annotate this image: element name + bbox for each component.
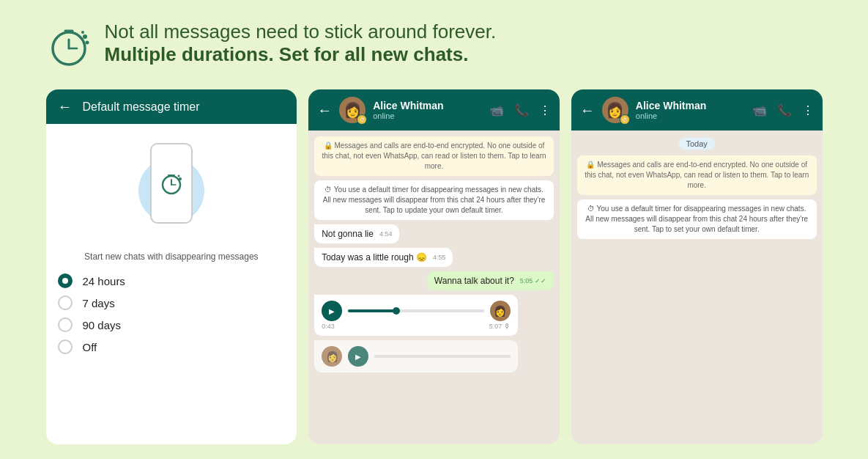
play-btn-2[interactable]: ▶ xyxy=(348,346,368,367)
chat2-header-icons: 📹 📞 ⋮ xyxy=(752,103,814,117)
svg-point-3 xyxy=(81,31,84,34)
timer-icon xyxy=(46,23,92,69)
msg-row-2: Today was a little rough 😞 4:55 xyxy=(314,248,554,267)
chat1-more-icon[interactable]: ⋮ xyxy=(539,103,551,117)
chat1-timer-icon-msg: ⏱ xyxy=(324,186,332,194)
chat2-back-icon[interactable]: ← xyxy=(580,102,595,119)
msg-row-3: Wanna talk about it? 5:05 ✓✓ xyxy=(314,271,554,290)
audio-bubble-2: 👩 ▶ xyxy=(314,340,518,372)
msg-bubble-2: Today was a little rough 😞 4:55 xyxy=(314,248,453,267)
timer-subtitle: Start new chats with disappearing messag… xyxy=(84,251,258,262)
audio-dot xyxy=(393,307,400,315)
chat2-system-lock: 🔒 xyxy=(586,161,595,169)
option-90days-label: 90 days xyxy=(83,319,122,331)
option-24hours-label: 24 hours xyxy=(83,275,125,287)
chat2-timer-text: You use a default timer for disappearing… xyxy=(585,205,808,233)
audio-avatar-2: 👩 xyxy=(322,346,342,367)
option-off-label: Off xyxy=(83,341,97,353)
chat1-back-icon[interactable]: ← xyxy=(317,102,332,119)
audio-timestamp-1: 5:07 🎙 xyxy=(489,323,511,330)
chat1-timer-badge: ⏱ xyxy=(357,114,367,125)
audio-inner-2: 👩 ▶ xyxy=(322,346,511,367)
back-arrow-icon[interactable]: ← xyxy=(58,98,73,115)
chat1-system-msg: 🔒 Messages and calls are end-to-end encr… xyxy=(314,136,554,176)
option-7days-label: 7 days xyxy=(83,297,115,309)
today-badge: Today xyxy=(679,138,715,150)
audio-msg-row-1: ▶ 👩 0:43 5:07 🎙 xyxy=(314,295,554,336)
chat1-system-lock: 🔒 xyxy=(324,142,333,150)
audio-track-1 xyxy=(348,309,484,312)
chat-header-2: ← 👩 ⏱ Alice Whitman online 📹 📞 ⋮ xyxy=(571,89,823,131)
chat1-avatar-wrap: 👩 ⏱ xyxy=(339,97,366,123)
radio-24hours[interactable] xyxy=(58,273,73,288)
chat1-system-text: Messages and calls are end-to-end encryp… xyxy=(322,142,546,170)
chat2-timer-icon-msg: ⏱ xyxy=(587,205,595,213)
svg-point-2 xyxy=(85,41,89,45)
chat2-timer-badge: ⏱ xyxy=(620,114,630,125)
chat2-body: Today 🔒 Messages and calls are end-to-en… xyxy=(571,131,823,444)
phone-body xyxy=(150,143,193,224)
chat-panel-1: ← 👩 ⏱ Alice Whitman online 📹 📞 ⋮ 🔒 Messa… xyxy=(308,89,560,444)
header-line2: Multiple durations. Set for all new chat… xyxy=(105,43,497,66)
option-7days[interactable]: 7 days xyxy=(58,295,286,310)
phone-screen-timer xyxy=(158,170,185,197)
audio-msg-row-2: 👩 ▶ xyxy=(314,340,554,372)
chat1-video-icon[interactable]: 📹 xyxy=(489,103,504,117)
chat2-video-icon[interactable]: 📹 xyxy=(752,103,767,117)
chat1-timer-msg: ⏱ You use a default timer for disappeari… xyxy=(314,180,554,220)
chat2-avatar-wrap: 👩 ⏱ xyxy=(602,97,628,123)
option-90days[interactable]: 90 days xyxy=(58,317,286,332)
chat-header-1: ← 👩 ⏱ Alice Whitman online 📹 📞 ⋮ xyxy=(308,89,560,131)
option-24hours[interactable]: 24 hours xyxy=(58,273,286,288)
msg-text-1: Not gonna lie xyxy=(322,229,374,239)
msg-text-2: Today was a little rough 😞 xyxy=(322,252,427,262)
chat-panel-2: ← 👩 ⏱ Alice Whitman online 📹 📞 ⋮ Today 🔒 xyxy=(571,89,823,444)
chat1-phone-icon[interactable]: 📞 xyxy=(514,103,529,117)
audio-inner-1: ▶ 👩 xyxy=(322,301,511,321)
chat2-phone-icon[interactable]: 📞 xyxy=(777,103,792,117)
chat1-contact-status: online xyxy=(373,111,482,120)
audio-track-2 xyxy=(374,355,511,358)
audio-duration-1: 0:43 xyxy=(322,323,335,330)
audio-avatar-1: 👩 xyxy=(490,301,511,321)
chat2-contact-name: Alice Whitman xyxy=(636,100,745,111)
msg-time-2: 4:55 xyxy=(433,254,446,261)
chat2-timer-msg: ⏱ You use a default timer for disappeari… xyxy=(577,199,817,239)
audio-time-row-1: 0:43 5:07 🎙 xyxy=(322,323,511,330)
play-btn-1[interactable]: ▶ xyxy=(322,301,342,321)
chat1-body: 🔒 Messages and calls are end-to-end encr… xyxy=(308,131,560,444)
chat2-system-text: Messages and calls are end-to-end encryp… xyxy=(585,161,809,189)
phone-illustration xyxy=(135,143,208,238)
timer-panel-header: ← Default message timer xyxy=(46,89,297,124)
chat2-contact-status: online xyxy=(636,111,745,120)
radio-off[interactable] xyxy=(58,339,73,354)
radio-90days[interactable] xyxy=(58,317,73,332)
chat2-system-msg: 🔒 Messages and calls are end-to-end encr… xyxy=(577,155,817,195)
timer-options: 24 hours 7 days 90 days Off xyxy=(58,273,286,354)
timer-panel-title: Default message timer xyxy=(83,100,200,114)
svg-point-5 xyxy=(179,177,182,180)
timer-panel: ← Default message timer Start xyxy=(46,89,297,444)
audio-progress xyxy=(348,309,396,312)
svg-point-6 xyxy=(177,175,179,177)
page-header: Not all messages need to stick around fo… xyxy=(46,21,823,69)
chat2-more-icon[interactable]: ⋮ xyxy=(802,103,814,117)
svg-point-1 xyxy=(83,34,87,39)
msg-time-3: 5:05 ✓✓ xyxy=(520,277,546,284)
msg-text-3: Wanna talk about it? xyxy=(434,276,514,286)
header-text: Not all messages need to stick around fo… xyxy=(105,21,497,66)
msg-row-1: Not gonna lie 4:54 xyxy=(314,224,554,243)
audio-bubble-1: ▶ 👩 0:43 5:07 🎙 xyxy=(314,295,518,336)
msg-time-1: 4:54 xyxy=(379,230,393,238)
header-line1: Not all messages need to stick around fo… xyxy=(105,21,497,43)
panels-container: ← Default message timer Start xyxy=(46,89,823,444)
chat1-contact-name: Alice Whitman xyxy=(373,100,482,111)
chat2-contact-info[interactable]: Alice Whitman online xyxy=(636,100,745,120)
option-off[interactable]: Off xyxy=(58,339,286,354)
chat1-header-icons: 📹 📞 ⋮ xyxy=(489,103,551,117)
chat1-contact-info[interactable]: Alice Whitman online xyxy=(373,100,482,120)
msg-bubble-3: Wanna talk about it? 5:05 ✓✓ xyxy=(427,271,554,290)
radio-7days[interactable] xyxy=(58,295,73,310)
chat1-timer-text: You use a default timer for disappearing… xyxy=(323,186,546,214)
timer-panel-body: Start new chats with disappearing messag… xyxy=(46,124,297,444)
